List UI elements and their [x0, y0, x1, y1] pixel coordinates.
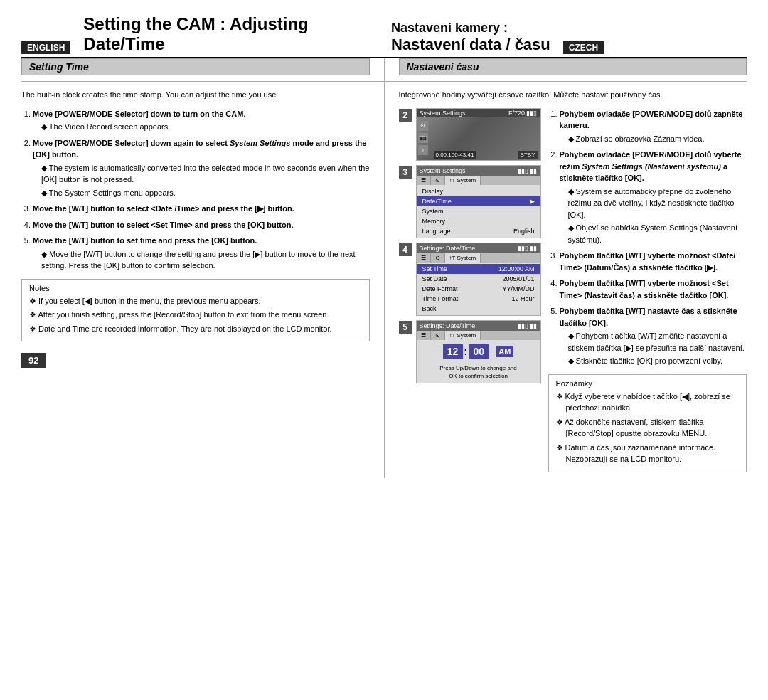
- dt-set-date: Set Date2005/01/01: [417, 274, 540, 284]
- right-step-4: Pohybem tlačítka [W/T] vyberte možnost <…: [560, 277, 747, 301]
- english-badge: ENGLISH: [21, 41, 70, 54]
- left-intro: The built-in clock creates the time stam…: [21, 89, 370, 101]
- section-titles-row: Setting Time Nastavení času: [21, 58, 747, 82]
- right-step-2: Pohybem ovladače [POWER/MODE] dolů vyber…: [560, 149, 747, 245]
- poznamka-2: Až dokončíte nastavení, stiskem tlačítka…: [556, 416, 740, 440]
- left-step-1: Move [POWER/MODE Selector] down to turn …: [33, 108, 370, 133]
- poznamky-list: Když vyberete v nabídce tlačítko [◀], zo…: [556, 391, 740, 465]
- steps-with-screens: 2 System Settings F/720 ▮▮▯ ⊙ 📷 ♪: [399, 108, 747, 478]
- instruction-line-2: OK to confirm selection: [420, 372, 538, 380]
- instruction-line-1: Press Up/Down to change and: [420, 364, 538, 372]
- right-step-5: Pohybem tlačítka [W/T] nastavte čas a st…: [560, 305, 747, 367]
- notes-list: If you select [◀] button in the menu, th…: [29, 295, 362, 335]
- page-number: 92: [21, 353, 46, 368]
- screen-step-5: 5 Settings: Date/Time ▮▮▯ ▮▮ ☰ ⊙ ↑T Syst…: [399, 320, 541, 383]
- main-title-english: Setting the CAM : Adjusting Date/Time: [83, 14, 377, 54]
- left-step-5: Move the [W/T] button to set time and pr…: [33, 235, 370, 272]
- main-title-czech-2: Nastavení data / času: [391, 36, 550, 54]
- poznamky-label: Poznámky: [556, 379, 740, 388]
- time-ampm: AM: [496, 346, 513, 357]
- time-hours: 12: [443, 344, 463, 359]
- right-intro: Integrované hodiny vytvářejí časové razí…: [399, 89, 747, 101]
- notes-box: Notes If you select [◀] button in the me…: [21, 279, 370, 342]
- poznamka-3: Datum a čas jsou zaznamenané informace. …: [556, 442, 740, 465]
- notes-label: Notes: [29, 284, 362, 292]
- left-step-4: Move the [W/T] button to select <Set Tim…: [33, 219, 370, 231]
- right-step-3: Pohybem tlačítka [W/T] vyberte možnost <…: [560, 250, 747, 273]
- left-step-3: Move the [W/T] button to select <Date /T…: [33, 203, 370, 215]
- left-column: The built-in clock creates the time stam…: [21, 82, 385, 478]
- screen-step-4: 4 Settings: Date/Time ▮▮▯ ▮▮ ☰ ⊙ ↑T Syst…: [399, 243, 541, 316]
- menu-item-datetime: Date/Time▶: [417, 196, 540, 206]
- section-title-english: Setting Time: [21, 58, 370, 75]
- section-title-czech: Nastavení času: [399, 58, 747, 75]
- dt-time-format: Time Format12 Hour: [417, 294, 540, 304]
- page-header: ENGLISH Setting the CAM : Adjusting Date…: [21, 14, 747, 58]
- czech-badge: CZECH: [563, 41, 604, 54]
- dt-date-format: Date FormatYY/MM/DD: [417, 284, 540, 294]
- screens-column: 2 System Settings F/720 ▮▮▯ ⊙ 📷 ♪: [399, 108, 541, 478]
- cam-icon-1: ⊙: [418, 121, 428, 131]
- note-1: If you select [◀] button in the menu, th…: [29, 295, 362, 307]
- main-content: The built-in clock creates the time stam…: [21, 82, 747, 478]
- menu-item-display: Display: [417, 186, 540, 196]
- dt-set-time: Set Time12:00:00 AM: [417, 264, 540, 274]
- menu-item-language: LanguageEnglish: [417, 226, 540, 236]
- screen4-title: Settings: Date/Time: [420, 245, 476, 252]
- screen5-title: Settings: Date/Time: [420, 322, 476, 329]
- time-display: 12 : 00 AM: [417, 340, 540, 363]
- right-steps-text: Pohybem ovladače [POWER/MODE] dolů zapně…: [548, 108, 747, 478]
- mode-indicator: STBY: [518, 151, 538, 159]
- screen2-title: System Settings: [420, 110, 466, 117]
- screen-step-2: 2 System Settings F/720 ▮▮▯ ⊙ 📷 ♪: [399, 108, 541, 161]
- screen3-title: System Settings: [420, 167, 466, 174]
- screen-step-3: 3 System Settings ▮▮▯ ▮▮ ☰ ⊙ ↑T System D: [399, 165, 541, 238]
- timecode: 0:00:100-43:41: [434, 151, 476, 159]
- left-step-2: Move [POWER/MODE Selector] down again to…: [33, 137, 370, 199]
- dt-back: Back: [417, 304, 540, 314]
- time-minutes: 00: [469, 344, 489, 359]
- cam-icon-3: ♪: [418, 145, 428, 155]
- main-title-czech-1: Nastavení kamery :: [391, 21, 550, 36]
- cam-icon-2: 📷: [418, 133, 428, 143]
- menu-item-system: System: [417, 206, 540, 216]
- video-preview: ⊙ 📷 ♪ 0:00:100-43:41 STBY: [417, 117, 540, 160]
- poznamky-box: Poznámky Když vyberete v nabídce tlačítk…: [548, 374, 747, 472]
- poznamka-1: Když vyberete v nabídce tlačítko [◀], zo…: [556, 391, 740, 414]
- note-2: After you finish setting, press the [Rec…: [29, 309, 362, 321]
- right-step-1: Pohybem ovladače [POWER/MODE] dolů zapně…: [560, 108, 747, 145]
- right-column: Integrované hodiny vytvářejí časové razí…: [385, 82, 747, 478]
- note-3: Date and Time are recorded information. …: [29, 323, 362, 335]
- left-steps: Move [POWER/MODE Selector] down to turn …: [21, 108, 370, 272]
- menu-item-memory: Memory: [417, 216, 540, 226]
